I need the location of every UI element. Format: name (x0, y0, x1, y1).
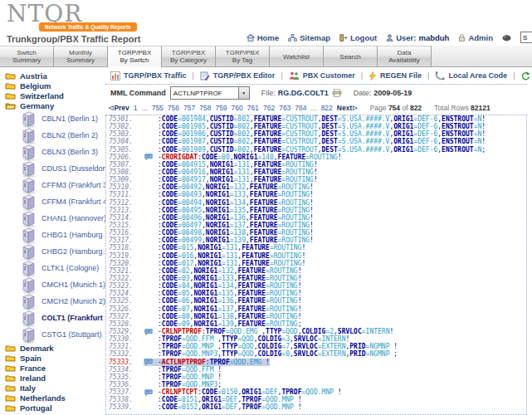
page-link-756[interactable]: 756 (168, 104, 179, 112)
sidebar-switch-cffm3[interactable]: CFFM3 (Frankfurt 3) (21, 177, 105, 193)
sidebar-switch-chan1[interactable]: CHAN1 (Hannover) (21, 210, 105, 227)
output-row[interactable]: 75337.-CRLNPTCPT:CODE=0150,ORIG1=DEF,TPR… (106, 388, 526, 396)
sidebar-switch-cstg1[interactable]: CSTG1 (Stuttgart) (21, 326, 105, 343)
output-row[interactable]: 75333.-ACTLNPTPROF:TPROF=QOD.EMG ! (106, 359, 526, 366)
output-row[interactable]: 75318.:CODE=015,NORIG1=131,FEATURE=ROUTI… (106, 244, 526, 251)
output-row[interactable]: 75312.:CODE=00494,NORIG1=134,FEATURE=ROU… (106, 199, 526, 207)
output-row[interactable]: 75330.:TPROF=QOD.FFM ,TTYP=QOD,COLDIG=3,… (106, 335, 526, 343)
output-row[interactable]: 75319.:CODE=016,NORIG1=131,FEATURE=ROUTI… (106, 252, 526, 260)
sidebar-country-spain[interactable]: Spain (5, 353, 105, 363)
output-row[interactable]: 75317.:CODE=00499,NORIG1=139,FEATURE=ROU… (106, 237, 526, 244)
output-row[interactable]: 75311.:CODE=00493,NORIG1=133,FEATURE=ROU… (106, 191, 526, 198)
page-link-757[interactable]: 757 (183, 104, 195, 112)
output-row[interactable]: 75327.:CODE=08,NORIG1=138,FEATURE=ROUTIN… (106, 313, 526, 320)
output-row[interactable]: 75303.:CODE=001986,CUSTID=802,FEATURE=CU… (106, 130, 526, 138)
output-row[interactable]: 75338.:CODE=0151,ORIG1=DEF,TPROF=QOD.MNP… (106, 396, 526, 403)
nav-admin[interactable]: Admin (458, 33, 493, 42)
tab-monthly-summary[interactable]: MonthlySummary (54, 46, 108, 66)
output-row[interactable]: 75335.:TPROF=QOD.MNP ! (106, 374, 526, 381)
output-row[interactable]: 75322.:CODE=03,NORIG1=133,FEATURE=ROUTIN… (106, 275, 526, 282)
sidebar-country-germany[interactable]: Germany (5, 100, 105, 110)
sidebar-switch-cbln1[interactable]: CBLN1 (Berlin 1) (21, 110, 105, 127)
output-row[interactable]: 75326.:CODE=07,NORIG1=137,FEATURE=ROUTIN… (106, 305, 526, 313)
output-row[interactable]: 75334.:TPROF=QOD.FFM ! (106, 366, 526, 374)
toolbar-tgrp-pbx-editor[interactable]: TGRP/PBX Editor (200, 71, 276, 81)
output-row[interactable]: 75320.:CODE=017,NORIG1=131,FEATURE=ROUTI… (106, 260, 526, 267)
sidebar-country-denmark[interactable]: Denmark (5, 343, 105, 353)
print-icon[interactable] (332, 89, 342, 97)
tab-tgrp-pbx-by-switch[interactable]: TGRP/PBXBy Switch (108, 46, 162, 67)
sidebar-switch-cmch2[interactable]: CMCH2 (Munich 2) (21, 293, 105, 310)
output-row[interactable]: 75314.:CODE=00496,NORIG1=136,FEATURE=ROU… (106, 214, 526, 222)
sidebar-country-switzerland[interactable]: Switzerland (5, 90, 105, 100)
sidebar-switch-cmch1[interactable]: CMCH1 (Munich 1) (21, 276, 105, 293)
output-row[interactable]: 75329.-CRLNPTPROF:TPROF=QOD.EMG ,TTYP=QO… (106, 328, 526, 335)
output-row[interactable]: 75323.:CODE=04,NORIG1=134,FEATURE=ROUTIN… (106, 282, 526, 290)
output-row[interactable]: 75316.:CODE=00498,NORIG1=138,FEATURE=ROU… (106, 229, 526, 237)
tab-switch-summary[interactable]: SwitchSummary (0, 46, 54, 66)
output-row[interactable]: 75302.:CODE=001985,CUSTID=802,FEATURE=CU… (106, 123, 526, 130)
output-row[interactable]: 75325.:CODE=06,NORIG1=136,FEATURE=ROUTIN… (106, 297, 526, 305)
toolbar-circular-routing[interactable]: Circular Routing (520, 71, 532, 81)
output-row[interactable]: 75301.:CODE=001984,CUSTID=802,FEATURE=CU… (106, 115, 526, 123)
output-row[interactable]: 75336.:TPROF=QOD.MNP3; (106, 381, 526, 388)
page-link-822[interactable]: 822 (321, 104, 333, 112)
nav-user[interactable]: User:mabduh (386, 33, 449, 42)
output-row[interactable]: 75315.:CODE=00497,NORIG1=137,FEATURE=ROU… (106, 222, 526, 229)
output-row[interactable]: 75328.:CODE=09,NORIG1=139,FEATURE=ROUTIN… (106, 320, 526, 328)
output-row[interactable]: 75304.:CODE=001987,CUSTID=802,FEATURE=CU… (106, 138, 526, 145)
output-row[interactable]: 75305.:CODE=001989,CUSTID=802,FEATURE=CU… (106, 146, 526, 154)
toolbar-regen-file[interactable]: REGEN File (368, 71, 422, 81)
nav-home[interactable]: Home (246, 33, 279, 42)
page-link-759[interactable]: 759 (215, 104, 227, 112)
output-row[interactable]: 75339.:CODE=0152,ORIG1=DEF,TPROF=QOD.MNP… (106, 403, 526, 411)
sidebar-country-belgium[interactable]: Belgium (5, 81, 105, 90)
sidebar-country-portugal[interactable]: Portugal (5, 403, 105, 413)
output-row[interactable]: 75313.:CODE=00495,NORIG1=135,FEATURE=ROU… (106, 207, 526, 214)
sidebar-country-ireland[interactable]: Ireland (5, 373, 105, 383)
sidebar-country-austria[interactable]: Austria (5, 71, 105, 81)
sidebar-switch-cltk1[interactable]: CLTK1 (Cologne) (21, 260, 105, 276)
quick-search-input[interactable] (520, 32, 532, 43)
toolbar-pbx-customer[interactable]: PBX Customer (289, 71, 355, 80)
output-row[interactable]: 75324.:CODE=05,NORIG1=135,FEATURE=ROUTIN… (106, 290, 526, 297)
tab-watchlist[interactable]: Watchlist (270, 46, 324, 66)
output-row[interactable]: 75331.:TPROF=QOD.MNP ,TTYP=QOD,COLDIG=7,… (106, 343, 526, 350)
prev-page-link[interactable]: ◁ Prev (109, 104, 129, 112)
output-row[interactable]: 75307.:CODE=004915,NORIG1=131,FEATURE=RO… (106, 161, 526, 168)
sidebar-switch-chbg1[interactable]: CHBG1 (Hamburg 1) (21, 227, 105, 243)
tab-data-availability[interactable]: DataAvailability (378, 46, 432, 66)
output-row[interactable]: 75332.:TPROF=QOD.MNP3,TTYP=QOD,COLDIG=0,… (106, 350, 526, 358)
nav-logout[interactable]: Logout (339, 33, 377, 42)
output-row[interactable]: 75306.-CRORIGDAT:CODE=00,NORIG1=140,FEAT… (106, 154, 526, 161)
sidebar-switch-cdus1[interactable]: CDUS1 (Dusseldorf) (21, 160, 105, 177)
sidebar-country-france[interactable]: France (5, 363, 105, 373)
chevron-down-icon[interactable]: ▼ (238, 87, 249, 99)
sidebar-switch-cbln2[interactable]: CBLN2 (Berlin 2) (21, 127, 105, 144)
tab-search[interactable]: Search (324, 46, 378, 66)
page-link-758[interactable]: 758 (199, 104, 211, 112)
output-row[interactable]: 75310.:CODE=00492,NORIG1=132,FEATURE=ROU… (106, 183, 526, 191)
page-link-764[interactable]: 764 (295, 104, 306, 112)
output-row[interactable]: 75308.:CODE=004916,NORIG1=131,FEATURE=RO… (106, 168, 526, 176)
toolbar-local-area-code[interactable]: Local Area Code (435, 71, 507, 80)
tab-tgrp-pbx-by-category[interactable]: TGRP/PBXBy Category (162, 46, 216, 66)
sidebar-country-netherlands[interactable]: Netherlands (5, 393, 105, 403)
sidebar-switch-colt1[interactable]: COLT1 (Frankfurt 1) (21, 310, 105, 326)
page-link-761[interactable]: 761 (247, 104, 259, 112)
page-link-762[interactable]: 762 (263, 104, 275, 112)
mml-command-select[interactable]: ACTLNPTPROF ▼ (170, 86, 250, 100)
toolbar-tgrp-pbx-traffic[interactable]: TGRP/PBX Traffic (110, 71, 187, 81)
next-page-link[interactable]: Next ▷ (337, 104, 358, 112)
output-row[interactable]: 75309.:CODE=004917,NORIG1=131,FEATURE=RO… (106, 176, 526, 183)
page-link-763[interactable]: 763 (279, 104, 290, 112)
nav-sitemap[interactable]: Sitemap (288, 33, 330, 42)
sidebar-switch-chbg2[interactable]: CHBG2 (Hamburg 2) (21, 243, 105, 260)
page-link-755[interactable]: 755 (152, 104, 164, 112)
page-link-760[interactable]: 760 (232, 104, 243, 112)
sidebar-country-italy[interactable]: Italy (5, 383, 105, 393)
sidebar-switch-cbln3[interactable]: CBLN3 (Berlin 3) (21, 144, 105, 160)
output-row[interactable]: 75321.:CODE=02,NORIG1=132,FEATURE=ROUTIN… (106, 267, 526, 275)
tab-tgrp-pbx-by-tag[interactable]: TGRP/PBXBy Tag (216, 46, 270, 66)
page-link-1[interactable]: 1 (134, 104, 138, 112)
